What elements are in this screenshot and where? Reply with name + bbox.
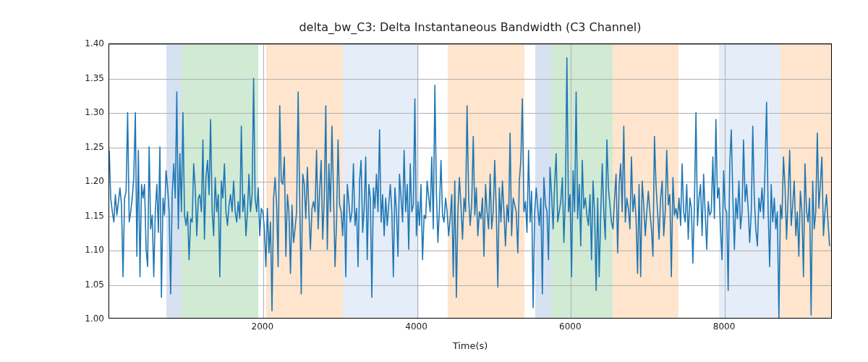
y-tick-label: 1.25	[85, 142, 104, 152]
y-tick-label: 1.10	[85, 245, 104, 255]
x-tick-label: 8000	[713, 321, 736, 332]
x-tick-label: 2000	[251, 321, 273, 332]
chart-title: delta_bw_C3: Delta Instantaneous Bandwid…	[109, 20, 832, 34]
y-tick-label: 1.00	[85, 313, 104, 324]
y-tick-label: 1.40	[85, 38, 104, 49]
line-series	[109, 44, 831, 318]
y-tick-label: 1.30	[85, 107, 104, 117]
figure: delta_bw_C3: Delta Instantaneous Bandwid…	[0, 0, 868, 362]
y-tick-label: 1.05	[85, 279, 104, 290]
x-tick-label: 6000	[559, 321, 582, 332]
series-delta_bw_C3	[109, 58, 830, 318]
y-tick-label: 1.20	[85, 176, 104, 186]
y-tick-label: 1.15	[85, 211, 104, 221]
x-axis-label: Time(s)	[109, 340, 832, 351]
y-axis-label: Hz	[72, 0, 83, 43]
x-tick-label: 4000	[405, 321, 427, 332]
plot-area	[109, 43, 832, 319]
y-tick-label: 1.35	[85, 73, 104, 83]
